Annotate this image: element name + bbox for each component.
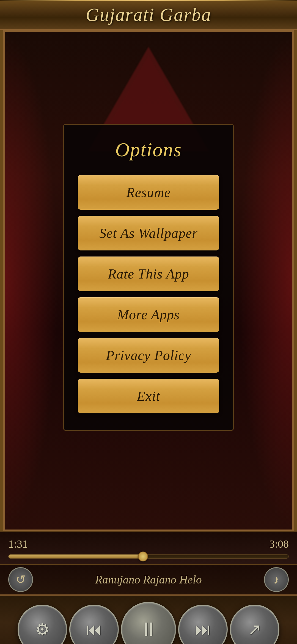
repeat-button[interactable]: ↺	[8, 567, 33, 592]
share-icon: ↗	[248, 620, 262, 639]
app-title: Gujarati Garba	[86, 4, 211, 26]
total-time: 3:08	[269, 537, 289, 550]
options-dialog: Options Resume Set As Wallpaper Rate Thi…	[63, 124, 234, 431]
settings-icon: ⚙	[35, 620, 50, 639]
options-title: Options	[115, 138, 182, 161]
resume-button[interactable]: Resume	[78, 175, 219, 210]
red-glow-right	[239, 30, 294, 531]
more-apps-button[interactable]: More Apps	[78, 297, 219, 332]
rate-app-button[interactable]: Rate This App	[78, 256, 219, 291]
rewind-button[interactable]: ⏮	[69, 605, 119, 644]
privacy-policy-button[interactable]: Privacy Policy	[78, 338, 219, 373]
forward-icon: ⏭	[195, 620, 211, 639]
time-row: 1:31 3:08	[8, 537, 289, 550]
settings-button[interactable]: ⚙	[18, 605, 67, 644]
red-glow-left	[3, 30, 58, 531]
main-visual-area: Options Resume Set As Wallpaper Rate Thi…	[0, 30, 297, 531]
current-time: 1:31	[8, 537, 28, 550]
pause-icon: ⏸	[139, 618, 158, 640]
progress-bar-fill	[9, 555, 143, 558]
progress-thumb[interactable]	[138, 552, 148, 561]
set-wallpaper-button[interactable]: Set As Wallpaper	[78, 216, 219, 250]
title-bar: Gujarati Garba	[0, 0, 297, 30]
now-playing-bar: ↺ Ranujano Rajano Helo ♪	[0, 564, 297, 594]
pause-button[interactable]: ⏸	[121, 602, 176, 644]
rewind-icon: ⏮	[86, 620, 102, 639]
forward-button[interactable]: ⏭	[178, 605, 228, 644]
music-note-icon: ♪	[273, 573, 279, 587]
repeat-icon: ↺	[16, 572, 26, 587]
share-button[interactable]: ↗	[230, 605, 279, 644]
progress-bar-bg[interactable]	[8, 554, 289, 559]
progress-area: 1:31 3:08	[0, 531, 297, 564]
controls-bar: ⚙ ⏮ ⏸ ⏭ ↗	[0, 594, 297, 644]
music-note-button[interactable]: ♪	[264, 567, 289, 592]
exit-button[interactable]: Exit	[78, 379, 219, 413]
song-title: Ranujano Rajano Helo	[33, 573, 264, 586]
